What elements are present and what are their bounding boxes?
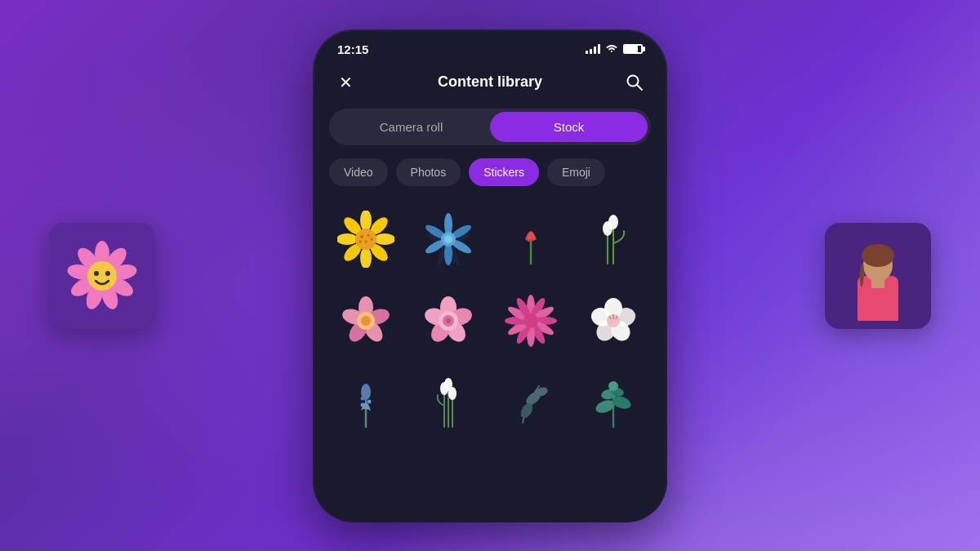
category-tabs: Video Photos Stickers Emoji xyxy=(314,158,666,202)
svg-point-10 xyxy=(94,271,99,276)
svg-point-31 xyxy=(371,238,373,240)
sticker-pink-rose[interactable] xyxy=(412,284,485,358)
svg-point-88 xyxy=(361,396,365,400)
sticker-snowdrops[interactable] xyxy=(577,202,650,276)
source-toggle: Camera roll Stock xyxy=(329,109,651,145)
sticker-blue-star-flower[interactable] xyxy=(412,202,485,276)
svg-point-61 xyxy=(446,318,451,323)
svg-point-94 xyxy=(444,378,452,391)
stock-button[interactable]: Stock xyxy=(490,112,648,142)
sticker-red-tulip[interactable] xyxy=(494,202,568,276)
tab-emoji[interactable]: Emoji xyxy=(547,158,605,186)
phone-frame: 12:15 ✕ Conte xyxy=(314,31,666,521)
svg-point-21 xyxy=(374,233,394,245)
status-icons xyxy=(586,42,643,56)
svg-point-25 xyxy=(337,233,358,245)
wifi-icon xyxy=(605,42,618,56)
close-button[interactable]: ✕ xyxy=(332,69,359,96)
svg-point-46 xyxy=(603,221,612,236)
status-bar: 12:15 xyxy=(314,31,666,63)
page-title: Content library xyxy=(438,73,542,91)
svg-point-53 xyxy=(361,316,371,326)
tab-stickers[interactable]: Stickers xyxy=(469,158,539,186)
svg-point-15 xyxy=(862,244,894,267)
svg-point-9 xyxy=(87,261,117,291)
left-floating-card xyxy=(49,223,155,329)
sticker-white-flower[interactable] xyxy=(577,284,650,358)
sticker-pink-flower-1[interactable] xyxy=(329,284,403,358)
status-time: 12:15 xyxy=(337,42,368,56)
person-silhouette-icon xyxy=(833,231,923,321)
camera-roll-button[interactable]: Camera roll xyxy=(332,112,490,142)
tab-photos[interactable]: Photos xyxy=(396,158,461,186)
content-library-header: ✕ Content library xyxy=(314,63,666,109)
sticker-teal-plant[interactable] xyxy=(577,366,650,439)
sticker-snowdrops-2[interactable] xyxy=(412,366,485,439)
battery-icon xyxy=(623,44,643,54)
svg-point-30 xyxy=(365,240,368,242)
sticker-blue-spike[interactable] xyxy=(329,366,403,439)
svg-point-32 xyxy=(359,240,362,242)
svg-point-19 xyxy=(360,211,372,231)
smiley-flower-icon xyxy=(65,239,139,313)
svg-point-103 xyxy=(608,381,618,391)
svg-line-18 xyxy=(637,85,642,90)
signal-icon xyxy=(586,44,600,54)
svg-point-29 xyxy=(368,233,370,236)
svg-point-28 xyxy=(360,235,363,238)
svg-point-11 xyxy=(105,271,110,276)
svg-point-87 xyxy=(368,399,372,403)
sticker-yellow-flower[interactable] xyxy=(329,202,403,276)
tab-video[interactable]: Video xyxy=(329,158,388,186)
right-floating-card xyxy=(825,223,931,329)
svg-rect-16 xyxy=(871,278,884,288)
svg-point-23 xyxy=(360,247,372,268)
sticker-dark-leaf[interactable] xyxy=(494,366,568,439)
svg-point-74 xyxy=(523,313,538,328)
search-button[interactable] xyxy=(621,69,648,96)
svg-point-27 xyxy=(355,229,376,250)
svg-point-41 xyxy=(444,235,452,243)
svg-point-86 xyxy=(361,402,365,407)
sticker-grid xyxy=(314,202,666,439)
sticker-pink-daisy[interactable] xyxy=(494,284,568,358)
